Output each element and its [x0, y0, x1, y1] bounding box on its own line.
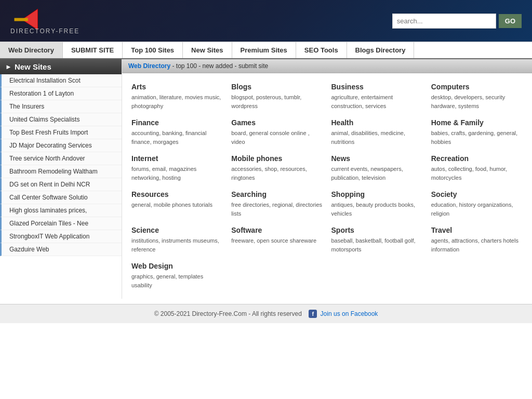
content-area: Web Directory - top 100 - new added - su…: [122, 59, 532, 299]
dir-category-name[interactable]: Internet: [131, 154, 223, 163]
dir-cell: Gamesboard, general console online , vid…: [227, 114, 327, 150]
dir-subcats: institutions, instruments museums, refer…: [131, 236, 223, 254]
dir-subcats: agriculture, entertaiment construction, …: [331, 93, 423, 110]
dir-subcats: forums, email, magazines networking, hos…: [131, 165, 223, 182]
sidebar-item[interactable]: High gloss laminates prices,: [0, 204, 122, 217]
dir-subcats: board, general console online , video: [231, 129, 323, 146]
breadcrumb-bar: Web Directory - top 100 - new added - su…: [122, 59, 532, 73]
sidebar-item[interactable]: Bathroom Remodeling Waltham: [0, 165, 122, 178]
dir-cell: Mobile phonesaccessories, shop, resource…: [227, 150, 327, 186]
dir-subcats: education, history organizations, religi…: [431, 201, 523, 218]
nav-item-submit-site[interactable]: SUBMIT SITE: [63, 42, 123, 58]
dir-category-name[interactable]: Recreation: [431, 154, 523, 163]
dir-subcats: current events, newspapers, publication,…: [331, 165, 423, 182]
dir-category-name[interactable]: Science: [131, 226, 223, 234]
nav-item-seo-tools[interactable]: SEO Tools: [296, 42, 347, 58]
sidebar-item[interactable]: DG set on Rent in Delhi NCR: [0, 178, 122, 191]
dir-category-name[interactable]: Society: [431, 190, 523, 198]
dir-category-name[interactable]: News: [331, 154, 423, 163]
nav-item-premium-sites[interactable]: Premium Sites: [232, 42, 296, 58]
dir-cell: Societyeducation, history organizations,…: [427, 186, 527, 222]
sidebar-item[interactable]: Call Center Software Solutio: [0, 191, 122, 204]
dir-category-name[interactable]: Home & Family: [431, 118, 523, 127]
dir-cell: Sportsbaseball, basketball, football gol…: [327, 222, 427, 258]
nav-item-web-directory[interactable]: Web Directory: [0, 42, 63, 58]
dir-category-name[interactable]: Health: [331, 118, 423, 127]
sidebar-item[interactable]: United Claims Specialists: [0, 113, 122, 126]
dir-category-name[interactable]: Searching: [231, 190, 323, 198]
dir-cell: Web Designgraphics, general, templates u…: [127, 258, 227, 294]
search-area: GO: [392, 14, 522, 29]
go-button[interactable]: GO: [499, 14, 522, 28]
dir-subcats: antiques, beauty products books, vehicle…: [331, 201, 423, 218]
nav-item-top-100-sites[interactable]: Top 100 Sites: [123, 42, 183, 58]
breadcrumb-link[interactable]: Web Directory: [128, 62, 170, 70]
dir-cell: Scienceinstitutions, instruments museums…: [127, 222, 227, 258]
breadcrumb-rest: - top 100 - new added - submit site: [170, 62, 268, 70]
dir-category-name[interactable]: Web Design: [131, 262, 223, 270]
dir-category-name[interactable]: Mobile phones: [231, 154, 323, 163]
dir-cell: Computersdesktop, developers, security h…: [427, 78, 527, 114]
dir-cell: Softwarefreeware, open source shareware: [227, 222, 327, 258]
sidebar-title-text: New Sites: [15, 62, 51, 71]
header: DIRECTORY-FREE DIRECTORY-FREE GO: [0, 0, 532, 42]
logo-text: DIRECTORY-FREE: [10, 28, 79, 35]
dir-category-name[interactable]: Software: [231, 226, 323, 234]
dir-subcats: autos, collecting, food, humor, motorcyc…: [431, 165, 523, 182]
dir-subcats: accounting, banking, financial finance, …: [131, 129, 223, 146]
facebook-link[interactable]: Join us on Facebook: [321, 310, 378, 317]
dir-category-name[interactable]: Shopping: [331, 190, 423, 198]
facebook-icon: f: [309, 310, 317, 318]
svg-rect-1: [15, 18, 28, 21]
dir-cell: Resourcesgeneral, mobile phones tutorial…: [127, 186, 227, 222]
dir-subcats: animation, literature, movies music, pho…: [131, 93, 223, 110]
dir-cell: Businessagriculture, entertaiment constr…: [327, 78, 427, 114]
dir-cell: Home & Familybabies, crafts, gardening, …: [427, 114, 527, 150]
dir-subcats: agents, attractions, charters hotels inf…: [431, 236, 523, 254]
dir-category-name[interactable]: Arts: [131, 83, 223, 91]
sidebar-title-icon: ►: [5, 63, 12, 71]
sidebar-item[interactable]: Glazed Porcelain Tiles - Nee: [0, 217, 122, 230]
dir-category-name[interactable]: Games: [231, 118, 323, 127]
sidebar: ► New Sites Electrical Installation Scot…: [0, 59, 122, 299]
nav-bar: Web DirectorySUBMIT SITETop 100 SitesNew…: [0, 42, 532, 59]
dir-category-name[interactable]: Business: [331, 83, 423, 91]
dir-cell: Shoppingantiques, beauty products books,…: [327, 186, 427, 222]
main-container: ► New Sites Electrical Installation Scot…: [0, 59, 532, 299]
dir-cell: Recreationautos, collecting, food, humor…: [427, 150, 527, 186]
dir-cell: Internetforums, email, magazines network…: [127, 150, 227, 186]
dir-subcats: accessories, shop, resources, ringtones: [231, 165, 323, 182]
dir-cell: Financeaccounting, banking, financial fi…: [127, 114, 227, 150]
sidebar-item[interactable]: Restoration 1 of Layton: [0, 87, 122, 100]
dir-cell: Artsanimation, literature, movies music,…: [127, 78, 227, 114]
directory-grid: Artsanimation, literature, movies music,…: [122, 73, 532, 299]
nav-item-blogs-directory[interactable]: Blogs Directory: [347, 42, 415, 58]
footer-copyright: © 2005-2021 Directory-Free.Com - All rig…: [154, 310, 302, 317]
nav-item-new-sites[interactable]: New Sites: [183, 42, 232, 58]
dir-category-name[interactable]: Sports: [331, 226, 423, 234]
dir-category-name[interactable]: Blogs: [231, 83, 323, 91]
dir-category-name[interactable]: Computers: [431, 83, 523, 91]
dir-subcats: animal, disabilities, medicine, nutritio…: [331, 129, 423, 146]
dir-cell: Newscurrent events, newspapers, publicat…: [327, 150, 427, 186]
dir-cell: Healthanimal, disabilities, medicine, nu…: [327, 114, 427, 150]
sidebar-item[interactable]: Gazduire Web: [0, 243, 122, 256]
dir-cell: Searchingfree directories, regional, dir…: [227, 186, 327, 222]
sidebar-item[interactable]: Top Best Fresh Fruits Import: [0, 126, 122, 139]
sidebar-item[interactable]: StrongboxIT Web Application: [0, 230, 122, 243]
dir-subcats: general, mobile phones tutorials: [131, 201, 223, 209]
logo-area: DIRECTORY-FREE DIRECTORY-FREE: [10, 7, 79, 35]
sidebar-item[interactable]: JD Major Decorating Services: [0, 139, 122, 152]
sidebar-item[interactable]: Tree service North Andover: [0, 152, 122, 165]
dir-category-name[interactable]: Resources: [131, 190, 223, 198]
sidebar-item[interactable]: Electrical Installation Scot: [0, 74, 122, 87]
dir-category-name[interactable]: Travel: [431, 226, 523, 234]
dir-subcats: freeware, open source shareware: [231, 236, 323, 245]
sidebar-item[interactable]: The Insurers: [0, 100, 122, 113]
search-input[interactable]: [392, 14, 496, 29]
dir-subcats: free directories, regional, directories …: [231, 201, 323, 218]
dir-category-name[interactable]: Finance: [131, 118, 223, 127]
dir-subcats: graphics, general, templates usability: [131, 272, 223, 289]
dir-subcats: desktop, developers, security hardware, …: [431, 93, 523, 110]
dir-subcats: baseball, basketball, football golf, mot…: [331, 236, 423, 254]
